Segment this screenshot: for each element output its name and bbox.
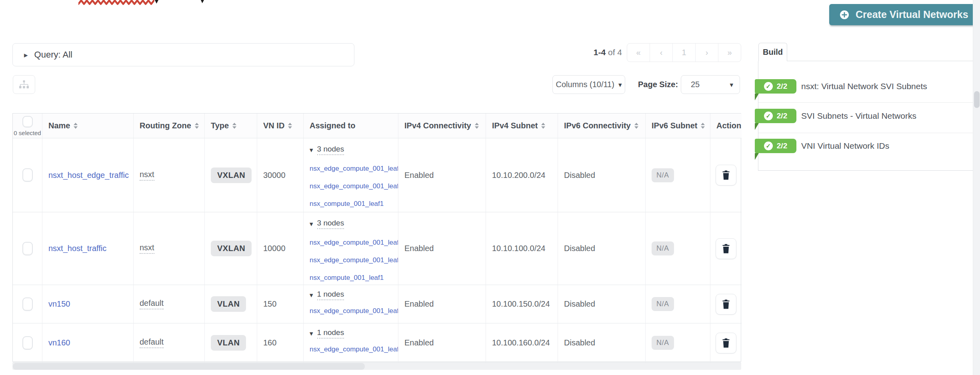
routing-zone-link[interactable]: default: [140, 337, 164, 348]
cropped-text-fragment: [155, 0, 158, 4]
cell-ipv6-connectivity: Disabled: [558, 285, 646, 323]
cell-assigned-to: 3 nodes nsx_edge_compute_001_leaf1 nsx_e…: [304, 138, 398, 212]
routing-zone-link[interactable]: nsxt: [140, 170, 154, 181]
cell-ipv4-connectivity: Enabled: [398, 212, 486, 285]
columns-label: Columns (10/11): [556, 80, 614, 89]
routing-zone-link[interactable]: nsxt: [140, 243, 154, 254]
cell-ipv6-subnet: N/A: [646, 212, 710, 285]
routing-zone-link[interactable]: default: [140, 299, 164, 309]
cell-type: VXLAN: [205, 138, 257, 212]
delete-button[interactable]: [716, 238, 736, 259]
create-virtual-networks-button[interactable]: Create Virtual Networks: [829, 4, 978, 25]
columns-dropdown-button[interactable]: Columns (10/11): [552, 75, 625, 94]
build-status-ribbon: ✓ 2/2: [755, 139, 796, 153]
cell-ipv4-connectivity: Enabled: [398, 138, 486, 212]
column-header-type[interactable]: Type: [205, 114, 257, 138]
column-header-name[interactable]: Name: [42, 114, 134, 138]
node-link[interactable]: nsx_edge_compute_001_leaf2: [310, 182, 398, 190]
cell-name: nsxt_host_traffic: [42, 212, 134, 285]
horizontal-scrollbar-thumb[interactable]: [13, 363, 365, 370]
column-header-vn-id[interactable]: VN ID: [257, 114, 304, 138]
row-checkbox[interactable]: [22, 297, 33, 311]
na-badge: N/A: [652, 241, 674, 255]
select-all-header-cell: 0 selected: [13, 114, 42, 138]
collapse-caret-icon: [310, 146, 313, 154]
pagination-prev-button[interactable]: ‹: [650, 44, 673, 62]
ribbon-fold: [755, 123, 759, 130]
node-link[interactable]: nsx_edge_compute_001_leaf2: [310, 256, 398, 264]
select-all-checkbox[interactable]: [22, 116, 33, 128]
nodes-expander[interactable]: 3 nodes: [310, 219, 344, 229]
row-checkbox[interactable]: [22, 336, 33, 350]
nodes-expander[interactable]: 1 nodes: [310, 328, 344, 339]
node-link[interactable]: nsx_edge_compute_001_leaf1: [310, 307, 398, 315]
build-status-count: 2/2: [777, 142, 787, 150]
column-header-routing-zone[interactable]: Routing Zone: [134, 114, 205, 138]
build-item-label[interactable]: nsxt: Virtual Network SVI Subnets: [801, 82, 927, 91]
node-link[interactable]: nsx_edge_compute_001_leaf1: [310, 239, 398, 247]
row-checkbox[interactable]: [22, 168, 33, 182]
row-checkbox[interactable]: [22, 242, 33, 255]
delete-button[interactable]: [716, 294, 736, 315]
ribbon-fold: [755, 153, 759, 160]
cell-ipv6-subnet: N/A: [646, 285, 710, 323]
vertical-scrollbar-thumb[interactable]: [974, 91, 980, 108]
nodes-expander[interactable]: 3 nodes: [310, 145, 344, 155]
column-header-ipv4-connectivity[interactable]: IPv4 Connectivity: [398, 114, 486, 138]
selected-count: 0 selected: [14, 130, 41, 136]
cell-type: VLAN: [205, 323, 257, 362]
cropped-text-fragment: [201, 0, 204, 3]
tab-bar-divider: [787, 61, 973, 61]
cell-ipv4-connectivity: Enabled: [398, 285, 486, 323]
vn-name-link[interactable]: vn160: [48, 338, 70, 347]
ribbon-fold: [755, 94, 759, 100]
build-item-label[interactable]: SVI Subnets - Virtual Networks: [801, 111, 916, 121]
pagination-last-button[interactable]: »: [718, 44, 741, 62]
build-status-count: 2/2: [777, 112, 787, 120]
check-circle-icon: ✓: [764, 82, 773, 91]
pagination-range-bold: 1-4: [594, 48, 606, 57]
column-header-assigned-to: Assigned to: [304, 114, 398, 138]
collapse-caret-icon: [310, 219, 313, 228]
na-badge: N/A: [652, 297, 674, 311]
cell-actions: [710, 285, 742, 323]
delete-button[interactable]: [716, 333, 736, 353]
node-link[interactable]: nsx_edge_compute_001_leaf1: [310, 165, 398, 173]
column-header-ipv6-subnet[interactable]: IPv6 Subnet: [646, 114, 710, 138]
page-size-select[interactable]: 25: [681, 75, 740, 94]
pagination-range: 1-4 of 4: [564, 48, 622, 57]
virtual-networks-table: 0 selected Name Routing Zone Type VN ID …: [12, 113, 741, 362]
node-link[interactable]: nsx_compute_001_leaf1: [310, 200, 384, 208]
column-header-ipv6-connectivity[interactable]: IPv6 Connectivity: [558, 114, 646, 138]
trash-icon: [721, 338, 731, 348]
node-link[interactable]: nsx_edge_compute_001_leaf2: [310, 345, 398, 353]
cell-name: vn150: [42, 285, 134, 323]
pagination-page-button[interactable]: 1: [673, 44, 696, 62]
node-link[interactable]: nsx_compute_001_leaf1: [310, 274, 384, 282]
column-header-ipv4-subnet[interactable]: IPv4 Subnet: [486, 114, 558, 138]
org-chart-icon: [19, 80, 29, 90]
query-expander[interactable]: Query: All: [12, 43, 354, 66]
vn-name-link[interactable]: nsxt_host_edge_traffic: [48, 171, 129, 180]
cell-ipv4-subnet: 10.100.160.0/24: [486, 323, 558, 362]
vn-name-link[interactable]: nsxt_host_traffic: [48, 244, 106, 253]
cell-routing-zone: default: [134, 323, 205, 362]
topology-view-button[interactable]: [13, 75, 35, 94]
cell-vn-id: 160: [257, 323, 304, 362]
nodes-expander[interactable]: 1 nodes: [310, 290, 344, 300]
page-size-label: Page Size:: [638, 80, 678, 89]
cell-assigned-to: 1 nodes nsx_edge_compute_001_leaf1: [304, 285, 398, 323]
delete-button[interactable]: [716, 165, 736, 186]
vertical-scrollbar-track: [973, 0, 980, 375]
build-item-label[interactable]: VNI Virtual Network IDs: [801, 141, 889, 151]
cell-assigned-to: 1 nodes nsx_edge_compute_001_leaf2: [304, 323, 398, 362]
pagination-first-button[interactable]: «: [627, 44, 650, 62]
pagination-next-button[interactable]: ›: [696, 44, 718, 62]
tab-build[interactable]: Build: [758, 43, 787, 61]
vn-name-link[interactable]: vn150: [48, 299, 70, 309]
virtual-networks-page: Create Virtual Networks Query: All 1-4 o…: [0, 0, 980, 375]
collapse-caret-icon: [310, 329, 313, 338]
cell-ipv6-subnet: N/A: [646, 323, 710, 362]
cell-routing-zone: nsxt: [134, 138, 205, 212]
build-panel-bottom-border: [758, 170, 973, 171]
